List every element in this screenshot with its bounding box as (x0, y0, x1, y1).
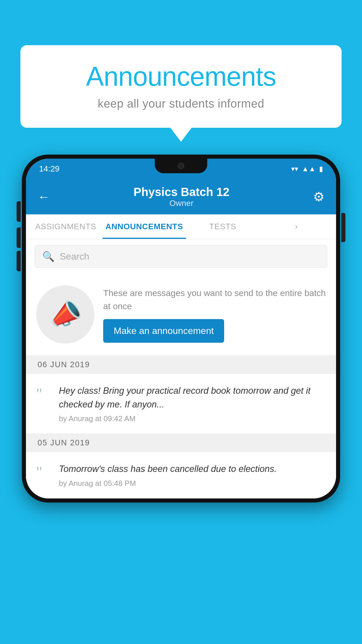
search-placeholder: Search (60, 251, 89, 262)
phone-side-button-left-2 (17, 228, 21, 248)
date-divider-1: 06 JUN 2019 (26, 356, 336, 374)
search-bar[interactable]: 🔍 Search (35, 245, 327, 268)
notch (155, 159, 207, 173)
app-header: ← Physics Batch 12 Owner ⚙ (26, 179, 336, 214)
search-container: 🔍 Search (26, 239, 336, 274)
settings-icon[interactable]: ⚙ (313, 189, 324, 204)
header-center: Physics Batch 12 Owner (133, 186, 229, 208)
announcement-content-1: Hey class! Bring your practical record b… (59, 384, 326, 423)
make-announcement-button[interactable]: Make an announcement (103, 319, 224, 343)
status-icons: ▾▾ ▲▲ ▮ (291, 165, 323, 173)
announcement-text-1: Hey class! Bring your practical record b… (59, 384, 326, 411)
prompt-right: These are messages you want to send to t… (103, 286, 326, 343)
megaphone-icon: 📣 (45, 295, 85, 333)
phone-inner: 14:29 ▾▾ ▲▲ ▮ ← Physics Batch 12 Owner ⚙ (26, 159, 336, 498)
announcement-meta-1: by Anurag at 09:42 AM (59, 414, 326, 423)
quote-icon-1: " (36, 386, 51, 402)
tab-more[interactable]: › (259, 214, 333, 239)
speech-bubble-container: Announcements keep all your students inf… (20, 45, 342, 128)
back-button[interactable]: ← (38, 190, 50, 204)
tab-announcements[interactable]: ANNOUNCEMENTS (103, 214, 186, 239)
prompt-description: These are messages you want to send to t… (103, 286, 326, 313)
date-divider-2: 05 JUN 2019 (26, 434, 336, 452)
phone-side-button-right (341, 213, 345, 242)
search-icon: 🔍 (42, 251, 55, 262)
prompt-icon-circle: 📣 (36, 285, 94, 344)
announcement-meta-2: by Anurag at 05:48 PM (59, 479, 326, 488)
wifi-icon: ▾▾ (291, 165, 298, 173)
announcements-subtitle: keep all your students informed (38, 97, 324, 110)
status-time: 14:29 (39, 164, 59, 174)
tab-assignments[interactable]: ASSIGNMENTS (29, 214, 103, 239)
announcement-content-2: Tomorrow's class has been cancelled due … (59, 462, 326, 488)
announcement-prompt: 📣 These are messages you want to send to… (26, 274, 336, 356)
phone-side-button-left-3 (17, 251, 21, 271)
announcements-title: Announcements (38, 61, 324, 92)
phone-wrapper: 14:29 ▾▾ ▲▲ ▮ ← Physics Batch 12 Owner ⚙ (22, 155, 340, 644)
tabs-bar: ASSIGNMENTS ANNOUNCEMENTS TESTS › (26, 214, 336, 239)
notch-camera (178, 163, 184, 169)
phone-side-button-left-1 (17, 201, 21, 222)
tab-tests[interactable]: TESTS (186, 214, 260, 239)
speech-bubble: Announcements keep all your students inf… (20, 45, 342, 128)
quote-icon-2: " (36, 465, 51, 480)
announcement-text-2: Tomorrow's class has been cancelled due … (59, 462, 326, 476)
announcement-item-2[interactable]: " Tomorrow's class has been cancelled du… (26, 452, 336, 498)
signal-icon: ▲▲ (302, 165, 316, 173)
status-bar: 14:29 ▾▾ ▲▲ ▮ (26, 159, 336, 179)
battery-icon: ▮ (319, 165, 323, 173)
announcement-item-1[interactable]: " Hey class! Bring your practical record… (26, 374, 336, 434)
header-role: Owner (133, 199, 229, 208)
batch-title: Physics Batch 12 (133, 186, 229, 199)
phone-outer: 14:29 ▾▾ ▲▲ ▮ ← Physics Batch 12 Owner ⚙ (22, 155, 340, 503)
